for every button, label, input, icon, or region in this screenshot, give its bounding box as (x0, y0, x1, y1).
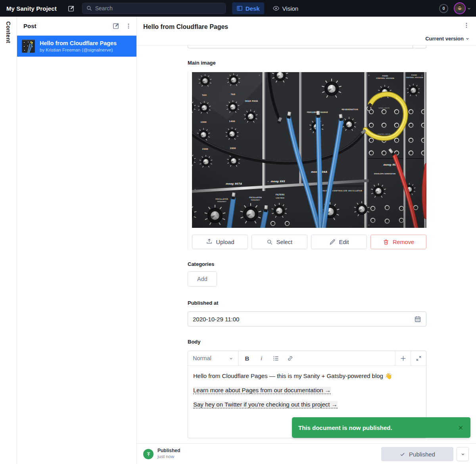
list-pane-title: Post (23, 23, 36, 29)
trash-icon (383, 239, 389, 245)
upload-label: Upload (216, 239, 234, 245)
add-category-button[interactable]: Add (188, 271, 217, 286)
list-item-subtitle: by Kristian Freeman (@signalnerve) (40, 48, 117, 52)
document-header: Hello from Cloudflare Pages Current vers… (137, 17, 476, 46)
insert-block-button[interactable] (395, 351, 411, 365)
desk-icon (236, 5, 243, 11)
select-button[interactable]: Select (251, 235, 307, 249)
body-paragraph: Hello from Cloudflare Pages — this is my… (193, 372, 421, 380)
document-pane: Hello from Cloudflare Pages Current vers… (137, 17, 476, 443)
tab-vision[interactable]: Vision (268, 2, 303, 14)
published-at-label: Published at (188, 300, 218, 306)
content-strip[interactable]: Content (0, 17, 17, 464)
toast-close-icon[interactable] (457, 424, 464, 431)
pencil-icon (329, 239, 336, 245)
body-text-area[interactable]: Hello from Cloudflare Pages — this is my… (188, 366, 426, 420)
publish-toast: This document is now published. (292, 417, 470, 438)
publish-status-text: Published (157, 448, 180, 453)
edit-button[interactable]: Edit (311, 235, 367, 249)
tab-vision-label: Vision (282, 5, 299, 12)
text-style-select[interactable]: Normal (188, 351, 238, 365)
publish-time-text: just now (157, 454, 174, 459)
pane-menu-kebab-icon[interactable] (125, 23, 132, 29)
version-selector[interactable]: Current version (425, 36, 470, 42)
new-document-icon[interactable] (112, 22, 120, 30)
document-footer: Published just now Published (137, 443, 476, 464)
published-at-input[interactable] (188, 311, 426, 327)
user-menu-chevron-icon[interactable] (467, 6, 471, 11)
presence-badge[interactable]: 0 (439, 4, 448, 13)
version-chevron-icon (465, 36, 470, 41)
bold-button[interactable]: B (241, 352, 253, 364)
list-item-title: Hello from Cloudflare Pages (40, 40, 117, 46)
main-image-photo: 500 760 1000 1400 2000 2800 HIGH PASS FR… (192, 72, 426, 228)
link-button[interactable] (284, 352, 296, 364)
publish-menu-chevron-button[interactable] (457, 447, 469, 461)
style-chevron-icon (229, 356, 233, 361)
toast-message: This document is now published. (298, 424, 392, 431)
select-search-icon (267, 239, 273, 245)
sanity-studio: My Sanity Project Desk Vision 0 (0, 0, 476, 464)
body-link-twitter[interactable]: Say hey on Twitter if you're checking ou… (193, 401, 338, 409)
title-field-cutoff[interactable] (188, 46, 426, 48)
body-link-documentation[interactable]: Learn more about Pages from our document… (193, 387, 331, 394)
list-item-hello-from-cloudflare-pages[interactable]: Hello from Cloudflare Pages by Kristian … (17, 36, 136, 57)
publish-button-label: Published (409, 451, 435, 458)
version-label: Current version (425, 36, 464, 42)
search-input[interactable] (82, 3, 226, 14)
remove-button[interactable]: Remove (370, 235, 426, 249)
select-label: Select (276, 239, 292, 245)
list-pane-header: Post (17, 17, 136, 36)
navbar-right: 0 (439, 2, 471, 14)
fullscreen-button[interactable] (411, 351, 426, 365)
main-image-preview[interactable]: 500 760 1000 1400 2000 2800 HIGH PASS FR… (192, 72, 426, 228)
publish-button[interactable]: Published (381, 447, 453, 461)
upload-icon (206, 239, 213, 245)
image-actions: Upload Select Edit (192, 235, 426, 249)
categories-label: Categories (188, 261, 214, 267)
document-list-pane: Post Hello from Cloudflare Pages by Kris… (17, 17, 137, 464)
document-form: Main image (137, 46, 476, 443)
calendar-icon[interactable] (414, 315, 421, 323)
search-icon (86, 5, 92, 11)
list-item-thumbnail (22, 40, 35, 53)
field-change-bar (188, 71, 188, 250)
document-title: Hello from Cloudflare Pages (143, 23, 228, 31)
content-strip-label: Content (5, 21, 12, 43)
edit-label: Edit (339, 239, 349, 245)
compose-icon[interactable] (66, 3, 77, 13)
body-label: Body (188, 339, 201, 345)
published-at-field[interactable] (193, 316, 414, 323)
document-menu-kebab-icon[interactable] (463, 22, 470, 29)
editor-toolbar: Normal B i (188, 351, 426, 366)
eye-icon (273, 5, 280, 12)
check-icon (399, 451, 405, 457)
top-navbar: My Sanity Project Desk Vision 0 (0, 0, 476, 17)
text-style-value: Normal (193, 355, 211, 361)
tab-desk-label: Desk (246, 5, 260, 12)
search-field[interactable] (95, 5, 214, 11)
project-title: My Sanity Project (6, 5, 57, 12)
published-status-icon (143, 449, 154, 459)
tab-desk[interactable]: Desk (232, 2, 264, 14)
bullet-list-button[interactable] (269, 352, 282, 364)
main-image-label: Main image (188, 60, 216, 66)
remove-label: Remove (393, 239, 414, 245)
upload-button[interactable]: Upload (192, 235, 248, 249)
italic-button[interactable]: i (255, 352, 268, 364)
avatar[interactable] (454, 2, 466, 14)
